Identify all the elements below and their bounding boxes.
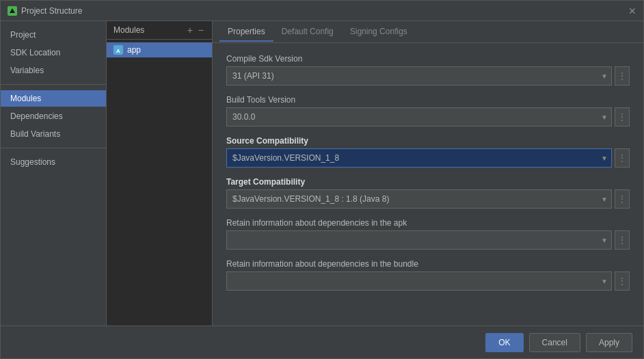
action-btn-source-compat[interactable]: ⋮ — [615, 148, 630, 168]
row-target-compat: $JavaVersion.VERSION_1_8 : 1.8 (Java 8) … — [226, 189, 630, 209]
tab-default-config[interactable]: Default Config — [273, 23, 342, 42]
sidebar-divider — [1, 84, 106, 85]
apply-button[interactable]: Apply — [586, 333, 632, 352]
field-retain-bundle: Retain information about dependencies in… — [226, 259, 630, 291]
project-icon — [8, 6, 17, 16]
dialog-footer: OK Cancel Apply — [1, 325, 643, 358]
label-build-tools: Build Tools Version — [226, 95, 630, 105]
select-retain-apk[interactable] — [226, 230, 612, 250]
row-compile-sdk: 31 (API 31) ▼ ⋮ — [226, 66, 630, 85]
row-build-tools: 30.0.0 ▼ ⋮ — [226, 107, 630, 127]
select-compile-sdk[interactable]: 31 (API 31) — [226, 66, 612, 85]
tab-properties[interactable]: Properties — [219, 23, 273, 42]
sidebar: Project SDK Location Variables Modules D… — [1, 21, 107, 325]
module-list: A app — [107, 40, 212, 325]
action-btn-retain-apk[interactable]: ⋮ — [615, 230, 630, 250]
sidebar-item-project[interactable]: Project — [1, 27, 106, 43]
properties-content: Compile Sdk Version 31 (API 31) ▼ ⋮ Buil… — [213, 43, 643, 325]
module-item-app[interactable]: A app — [107, 42, 212, 57]
sidebar-item-suggestions[interactable]: Suggestions — [1, 154, 106, 170]
main-content: Properties Default Config Signing Config… — [213, 21, 643, 325]
module-label-app: app — [127, 45, 141, 55]
select-wrapper-retain-bundle: ▼ — [226, 271, 612, 291]
sidebar-item-build-variants[interactable]: Build Variants — [1, 126, 106, 142]
sidebar-item-modules[interactable]: Modules — [1, 90, 106, 107]
tab-signing-configs[interactable]: Signing Configs — [342, 23, 416, 42]
field-source-compat: Source Compatibility $JavaVersion.VERSIO… — [226, 136, 630, 168]
action-btn-build-tools[interactable]: ⋮ — [615, 107, 630, 127]
tabs-bar: Properties Default Config Signing Config… — [213, 21, 643, 43]
row-retain-apk: ▼ ⋮ — [226, 230, 630, 250]
svg-text:A: A — [116, 48, 120, 54]
field-compile-sdk: Compile Sdk Version 31 (API 31) ▼ ⋮ — [226, 54, 630, 85]
label-retain-apk: Retain information about dependencies in… — [226, 218, 630, 228]
module-icon-app: A — [113, 45, 123, 55]
modules-panel: Modules + − A app — [107, 21, 213, 325]
field-retain-apk: Retain information about dependencies in… — [226, 218, 630, 250]
svg-marker-0 — [10, 8, 15, 13]
select-wrapper-retain-apk: ▼ — [226, 230, 612, 250]
row-retain-bundle: ▼ ⋮ — [226, 271, 630, 291]
select-wrapper-source-compat: $JavaVersion.VERSION_1_8 ▼ — [226, 148, 612, 168]
action-btn-retain-bundle[interactable]: ⋮ — [615, 271, 630, 291]
row-source-compat: $JavaVersion.VERSION_1_8 ▼ ⋮ — [226, 148, 630, 168]
select-wrapper-build-tools: 30.0.0 ▼ — [226, 107, 612, 127]
field-build-tools: Build Tools Version 30.0.0 ▼ ⋮ — [226, 95, 630, 127]
close-button[interactable]: ✕ — [628, 6, 636, 16]
modules-header-title: Modules — [113, 25, 144, 35]
sidebar-item-dependencies[interactable]: Dependencies — [1, 108, 106, 124]
sidebar-item-variables[interactable]: Variables — [1, 62, 106, 79]
action-btn-target-compat[interactable]: ⋮ — [615, 189, 630, 209]
sidebar-item-sdk-location[interactable]: SDK Location — [1, 44, 106, 61]
label-target-compat: Target Compatibility — [226, 177, 630, 187]
title-bar-left: Project Structure — [8, 6, 82, 16]
label-retain-bundle: Retain information about dependencies in… — [226, 259, 630, 269]
sidebar-divider-2 — [1, 148, 106, 148]
select-wrapper-target-compat: $JavaVersion.VERSION_1_8 : 1.8 (Java 8) … — [226, 189, 612, 209]
ok-button[interactable]: OK — [485, 333, 523, 352]
modules-header: Modules + − — [107, 21, 212, 40]
label-source-compat: Source Compatibility — [226, 136, 630, 146]
label-compile-sdk: Compile Sdk Version — [226, 54, 630, 64]
select-retain-bundle[interactable] — [226, 271, 612, 291]
cancel-button[interactable]: Cancel — [529, 333, 580, 352]
field-target-compat: Target Compatibility $JavaVersion.VERSIO… — [226, 177, 630, 209]
action-btn-compile-sdk[interactable]: ⋮ — [615, 66, 630, 85]
select-wrapper-compile-sdk: 31 (API 31) ▼ — [226, 66, 612, 85]
remove-module-button[interactable]: − — [197, 25, 205, 35]
dialog-title: Project Structure — [21, 6, 82, 16]
select-source-compat[interactable]: $JavaVersion.VERSION_1_8 — [226, 148, 612, 168]
modules-toolbar: + − — [186, 25, 205, 35]
select-build-tools[interactable]: 30.0.0 — [226, 107, 612, 127]
title-bar: Project Structure ✕ — [1, 1, 643, 21]
select-target-compat[interactable]: $JavaVersion.VERSION_1_8 : 1.8 (Java 8) — [226, 189, 612, 209]
dialog-body: Project SDK Location Variables Modules D… — [1, 21, 643, 325]
project-structure-dialog: Project Structure ✕ Project SDK Location… — [0, 0, 644, 359]
add-module-button[interactable]: + — [186, 25, 194, 35]
